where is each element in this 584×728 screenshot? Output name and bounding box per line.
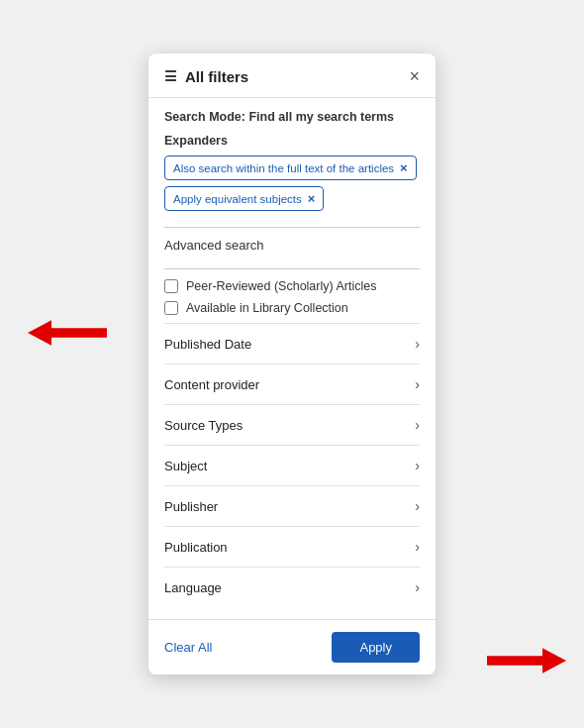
annotation-arrow-right xyxy=(487,643,566,678)
divider-1 xyxy=(164,227,420,228)
chevron-publication-icon: › xyxy=(415,539,420,555)
annotation-arrow-left xyxy=(28,315,107,351)
tag-1[interactable]: Also search within the full text of the … xyxy=(164,156,417,180)
filter-language[interactable]: Language › xyxy=(164,567,420,607)
apply-button[interactable]: Apply xyxy=(332,632,420,663)
modal-footer: Clear All Apply xyxy=(148,619,436,675)
checkbox-peer-reviewed[interactable]: Peer-Reviewed (Scholarly) Articles xyxy=(164,279,420,293)
filter-language-label: Language xyxy=(164,580,222,595)
filter-publisher-label: Publisher xyxy=(164,499,218,514)
filter-content-provider-label: Content provider xyxy=(164,377,259,392)
checkbox-library-collection[interactable]: Available in Library Collection xyxy=(164,301,420,315)
modal-container: ☰ All filters × Search Mode: Find all my… xyxy=(0,0,584,728)
chevron-subject-icon: › xyxy=(415,458,420,473)
checkbox-peer-reviewed-input[interactable] xyxy=(164,279,178,293)
tag-2-text: Apply equivalent subjects xyxy=(173,193,302,205)
filter-publisher[interactable]: Publisher › xyxy=(164,485,420,526)
close-button[interactable]: × xyxy=(409,67,420,85)
tag-2-remove-icon[interactable]: × xyxy=(308,191,316,206)
tag-1-remove-icon[interactable]: × xyxy=(400,160,408,175)
modal-title: ☰ All filters xyxy=(164,68,248,85)
svg-marker-0 xyxy=(28,320,107,346)
checkbox-library-collection-input[interactable] xyxy=(164,301,178,315)
filter-publication[interactable]: Publication › xyxy=(164,526,420,567)
filter-content-provider[interactable]: Content provider › xyxy=(164,364,420,404)
filter-icon: ☰ xyxy=(164,68,177,84)
tag-2[interactable]: Apply equivalent subjects × xyxy=(164,186,324,211)
search-mode-value: Find all my search terms xyxy=(248,110,394,124)
filter-source-types-label: Source Types xyxy=(164,418,243,433)
chevron-published-date-icon: › xyxy=(415,336,420,352)
checkbox-library-collection-label: Available in Library Collection xyxy=(186,301,348,315)
chevron-language-icon: › xyxy=(415,579,420,595)
filter-subject[interactable]: Subject › xyxy=(164,445,420,485)
clear-all-button[interactable]: Clear All xyxy=(164,640,212,655)
modal-header: ☰ All filters × xyxy=(148,53,436,98)
chevron-content-provider-icon: › xyxy=(415,376,420,392)
expanders-label: Expanders xyxy=(164,134,420,148)
checkbox-peer-reviewed-label: Peer-Reviewed (Scholarly) Articles xyxy=(186,279,376,293)
all-filters-modal: ☰ All filters × Search Mode: Find all my… xyxy=(148,53,436,675)
chevron-publisher-icon: › xyxy=(415,498,420,514)
filter-subject-label: Subject xyxy=(164,459,207,473)
search-mode-row: Search Mode: Find all my search terms xyxy=(164,110,420,124)
advanced-search-label: Advanced search xyxy=(164,238,420,259)
modal-body: Search Mode: Find all my search terms Ex… xyxy=(148,98,436,619)
modal-title-text: All filters xyxy=(185,68,248,85)
chevron-source-types-icon: › xyxy=(415,417,420,433)
svg-marker-1 xyxy=(487,648,566,674)
divider-2 xyxy=(164,268,420,269)
filter-publication-label: Publication xyxy=(164,540,228,555)
filter-published-date-label: Published Date xyxy=(164,337,251,352)
filter-source-types[interactable]: Source Types › xyxy=(164,404,420,445)
tag-1-text: Also search within the full text of the … xyxy=(173,162,394,174)
search-mode-label: Search Mode: xyxy=(164,110,245,124)
filter-published-date[interactable]: Published Date › xyxy=(164,323,420,364)
